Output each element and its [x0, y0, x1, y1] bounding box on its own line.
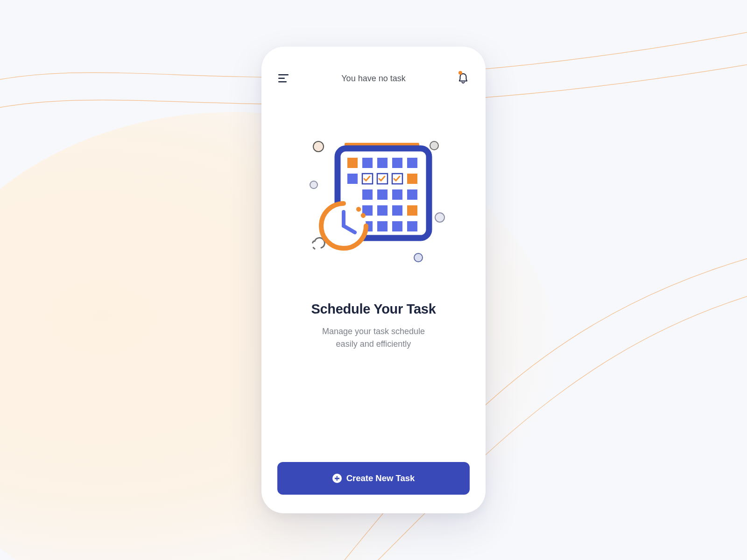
top-bar: You have no task	[277, 65, 470, 91]
svg-rect-12	[362, 158, 373, 168]
phone-frame: You have no task	[261, 47, 486, 513]
cta-label: Create New Task	[346, 473, 415, 483]
svg-point-8	[414, 253, 423, 262]
notifications-button[interactable]	[457, 72, 470, 85]
svg-rect-27	[392, 205, 402, 216]
svg-rect-31	[392, 221, 402, 231]
svg-rect-28	[407, 205, 417, 216]
svg-rect-16	[347, 174, 358, 184]
svg-rect-24	[407, 189, 417, 200]
calendar-clock-icon	[294, 129, 453, 269]
svg-rect-2	[278, 81, 287, 82]
svg-rect-22	[377, 189, 388, 200]
svg-rect-20	[407, 174, 417, 184]
top-bar-title: You have no task	[341, 74, 405, 84]
menu-icon	[278, 74, 289, 83]
notification-dot	[458, 71, 462, 75]
svg-rect-15	[407, 158, 417, 168]
svg-rect-0	[278, 74, 289, 75]
svg-rect-1	[278, 78, 285, 79]
svg-point-4	[430, 141, 438, 150]
create-new-task-button[interactable]: Create New Task	[277, 462, 470, 495]
svg-rect-13	[377, 158, 388, 168]
svg-point-5	[310, 181, 317, 189]
svg-rect-30	[377, 221, 388, 231]
menu-button[interactable]	[277, 72, 290, 85]
svg-rect-14	[392, 158, 402, 168]
svg-rect-11	[347, 158, 358, 168]
svg-point-7	[311, 238, 324, 251]
svg-rect-23	[392, 189, 402, 200]
svg-point-3	[313, 141, 324, 152]
empty-state-illustration	[277, 129, 470, 269]
empty-state-text: Schedule Your Task Manage your task sche…	[277, 301, 470, 350]
svg-rect-32	[407, 221, 417, 231]
empty-state-heading: Schedule Your Task	[277, 301, 470, 317]
subheading-line-2: easily and efficiently	[336, 339, 411, 349]
svg-point-6	[435, 213, 444, 222]
subheading-line-1: Manage your task schedule	[322, 327, 425, 336]
svg-rect-21	[362, 189, 373, 200]
svg-rect-26	[377, 205, 388, 216]
plus-circle-icon	[332, 474, 342, 483]
empty-state-subheading: Manage your task schedule easily and eff…	[277, 325, 470, 350]
